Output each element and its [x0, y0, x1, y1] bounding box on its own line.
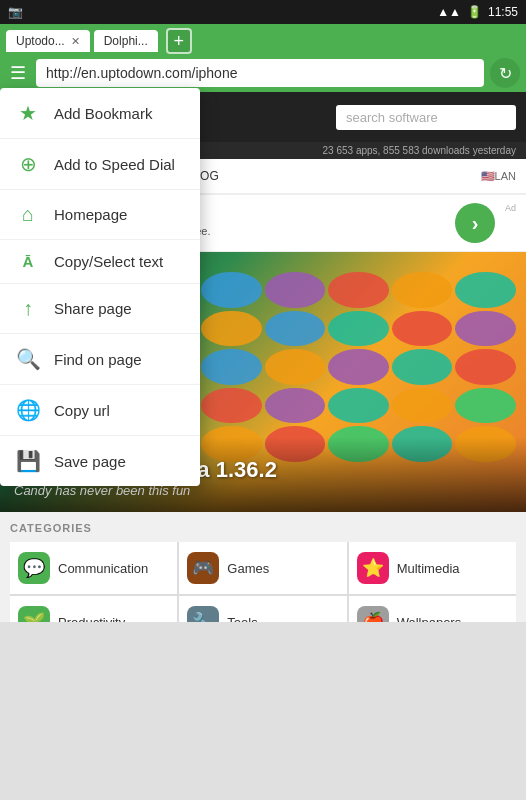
category-multimedia-label: Multimedia: [397, 561, 460, 576]
search-box[interactable]: search software: [336, 105, 516, 130]
wifi-icon: ▲▲: [437, 5, 461, 19]
language-selector[interactable]: 🇺🇸 LAN: [481, 159, 516, 193]
ad-button[interactable]: ›: [455, 203, 495, 243]
wallpapers-icon: 🍎: [357, 606, 389, 622]
new-tab-button[interactable]: +: [166, 28, 192, 54]
url-text: http://en.uptodown.com/iphone: [46, 65, 237, 81]
dropdown-menu: ★ Add Bookmark ⊕ Add to Speed Dial ⌂ Hom…: [0, 88, 200, 486]
communication-icon: 💬: [18, 552, 50, 584]
menu-item-copy-url[interactable]: 🌐 Copy url: [0, 385, 200, 436]
category-wallpapers[interactable]: 🍎 Wallpapers: [349, 596, 516, 622]
status-bar: 📷 ▲▲ 🔋 11:55: [0, 0, 526, 24]
bookmark-icon: ★: [16, 101, 40, 125]
menu-item-homepage[interactable]: ⌂ Homepage: [0, 190, 200, 240]
screenshot-icon: 📷: [8, 5, 23, 19]
save-page-label: Save page: [54, 453, 126, 470]
browser-menu-button[interactable]: ☰: [6, 60, 30, 86]
search-placeholder: search software: [346, 110, 438, 125]
tab-1-label: Uptodo...: [16, 34, 65, 48]
stats-text: 23 653 apps, 855 583 downloads yesterday: [323, 145, 516, 156]
categories-grid: 💬 Communication 🎮 Games ⭐ Multimedia 🌱 P…: [10, 542, 516, 622]
battery-icon: 🔋: [467, 5, 482, 19]
category-tools[interactable]: 🔧 Tools: [179, 596, 346, 622]
category-communication-label: Communication: [58, 561, 148, 576]
save-icon: 💾: [16, 449, 40, 473]
add-bookmark-label: Add Bookmark: [54, 105, 152, 122]
status-bar-right: ▲▲ 🔋 11:55: [437, 5, 518, 19]
speed-dial-icon: ⊕: [16, 152, 40, 176]
new-tab-icon: +: [173, 31, 184, 52]
tab-1-close[interactable]: ✕: [71, 35, 80, 48]
home-icon: ⌂: [16, 203, 40, 226]
menu-item-save-page[interactable]: 💾 Save page: [0, 436, 200, 486]
category-games-label: Games: [227, 561, 269, 576]
share-icon: ↑: [16, 297, 40, 320]
tab-2[interactable]: Dolphi...: [94, 30, 158, 52]
browser-chrome: Uptodo... ✕ Dolphi... + ☰ http://en.upto…: [0, 24, 526, 92]
address-bar-row: ☰ http://en.uptodown.com/iphone ↻: [6, 58, 520, 88]
copy-select-icon: Ā: [16, 253, 40, 270]
refresh-icon: ↻: [499, 64, 512, 83]
menu-item-share-page[interactable]: ↑ Share page: [0, 284, 200, 334]
copy-select-label: Copy/Select text: [54, 253, 163, 270]
find-on-page-label: Find on page: [54, 351, 142, 368]
copy-url-icon: 🌐: [16, 398, 40, 422]
menu-item-find-on-page[interactable]: 🔍 Find on page: [0, 334, 200, 385]
menu-item-add-speed-dial[interactable]: ⊕ Add to Speed Dial: [0, 139, 200, 190]
tabs-bar: Uptodo... ✕ Dolphi... +: [6, 28, 520, 54]
status-bar-left: 📷: [8, 5, 23, 19]
add-speed-dial-label: Add to Speed Dial: [54, 156, 175, 173]
ad-btn-icon: ›: [472, 212, 479, 235]
category-communication[interactable]: 💬 Communication: [10, 542, 177, 594]
categories-section: CATEGORIES 💬 Communication 🎮 Games ⭐ Mul…: [0, 512, 526, 622]
copy-url-label: Copy url: [54, 402, 110, 419]
refresh-button[interactable]: ↻: [490, 58, 520, 88]
category-wallpapers-label: Wallpapers: [397, 615, 462, 623]
category-productivity[interactable]: 🌱 Productivity: [10, 596, 177, 622]
category-productivity-label: Productivity: [58, 615, 125, 623]
share-page-label: Share page: [54, 300, 132, 317]
category-multimedia[interactable]: ⭐ Multimedia: [349, 542, 516, 594]
ad-corner-label: Ad: [505, 203, 516, 213]
multimedia-icon: ⭐: [357, 552, 389, 584]
category-games[interactable]: 🎮 Games: [179, 542, 346, 594]
find-icon: 🔍: [16, 347, 40, 371]
games-icon: 🎮: [187, 552, 219, 584]
menu-item-copy-select[interactable]: Ā Copy/Select text: [0, 240, 200, 284]
menu-item-add-bookmark[interactable]: ★ Add Bookmark: [0, 88, 200, 139]
homepage-label: Homepage: [54, 206, 127, 223]
address-bar[interactable]: http://en.uptodown.com/iphone: [36, 59, 484, 87]
tab-1[interactable]: Uptodo... ✕: [6, 30, 90, 52]
categories-label: CATEGORIES: [10, 522, 516, 534]
tab-2-label: Dolphi...: [104, 34, 148, 48]
lang-label: LAN: [495, 170, 516, 182]
productivity-icon: 🌱: [18, 606, 50, 622]
time-display: 11:55: [488, 5, 518, 19]
tools-icon: 🔧: [187, 606, 219, 622]
category-tools-label: Tools: [227, 615, 257, 623]
